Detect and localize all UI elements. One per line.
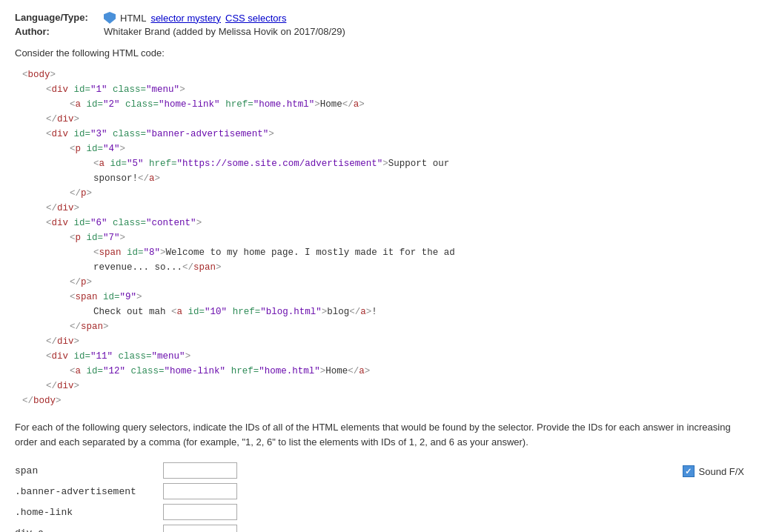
author-label: Author:: [15, 26, 104, 37]
css-selectors-link[interactable]: CSS selectors: [225, 13, 286, 24]
question-label-diva: div a: [15, 528, 163, 533]
code-line: <div id="11" class="menu">: [22, 349, 744, 364]
code-line: <span id="9">: [22, 290, 744, 305]
sound-fx-row[interactable]: Sound F/X: [683, 465, 744, 477]
author-row: Author: Whitaker Brand (added by Melissa…: [15, 26, 744, 37]
sound-fx-checkbox[interactable]: [683, 465, 695, 477]
question-row-banner: .banner-advertisement: [15, 483, 237, 499]
code-line: revenue... so...</span>: [22, 260, 744, 275]
code-line: </div>: [22, 379, 744, 393]
question-label-span: span: [15, 465, 163, 476]
code-line: <p id="7">: [22, 230, 744, 245]
selector-mystery-link[interactable]: selector mystery: [150, 13, 221, 24]
author-value: Whitaker Brand (added by Melissa Hovik o…: [104, 26, 345, 37]
code-line: sponsor!</a>: [22, 171, 744, 186]
question-input-diva[interactable]: [163, 525, 237, 532]
language-label: Language/Type:: [15, 12, 104, 23]
code-line: </body>: [22, 393, 744, 408]
meta-section: Language/Type: HTML selector mystery CSS…: [15, 12, 744, 37]
code-line: </div>: [22, 334, 744, 349]
code-line: </p>: [22, 186, 744, 201]
question-label-homelink: .home-link: [15, 507, 163, 518]
code-line: </div>: [22, 112, 744, 127]
sound-fx-container: Sound F/X: [683, 462, 744, 477]
questions-section: span .banner-advertisement .home-link di…: [15, 462, 744, 532]
code-line: <body>: [22, 67, 744, 82]
question-input-homelink[interactable]: [163, 504, 237, 520]
language-text: HTML: [120, 13, 146, 24]
code-line: <p id="4">: [22, 142, 744, 156]
code-line: <div id="3" class="banner-advertisement"…: [22, 127, 744, 142]
bracket: <: [22, 70, 28, 80]
code-line: <a id="12" class="home-link" href="home.…: [22, 364, 744, 379]
questions-list: span .banner-advertisement .home-link di…: [15, 462, 237, 532]
code-block: <body> <div id="1" class="menu"> <a id="…: [15, 67, 744, 408]
code-line: Check out mah <a id="10" href="blog.html…: [22, 305, 744, 319]
question-row-homelink: .home-link: [15, 504, 237, 520]
code-line: </div>: [22, 201, 744, 216]
question-input-span[interactable]: [163, 462, 237, 479]
code-line: <div id="1" class="menu">: [22, 82, 744, 97]
shield-icon: [104, 12, 116, 24]
question-row-diva: div a: [15, 525, 237, 532]
bracket: >: [50, 70, 56, 80]
code-line: <div id="6" class="content">: [22, 216, 744, 230]
question-input-banner[interactable]: [163, 483, 237, 499]
instructions-text: For each of the following query selector…: [15, 420, 744, 449]
code-line: <a id="5" href="https://some.site.com/ad…: [22, 156, 744, 171]
code-line: </span>: [22, 319, 744, 334]
code-line: <span id="8">Welcome to my home page. I …: [22, 245, 744, 260]
sound-fx-label: Sound F/X: [699, 466, 744, 477]
question-row-span: span: [15, 462, 237, 479]
tag: body: [28, 70, 50, 80]
bracket: <: [46, 84, 52, 95]
code-line: </p>: [22, 275, 744, 290]
language-row: Language/Type: HTML selector mystery CSS…: [15, 12, 744, 24]
intro-text: Consider the following HTML code:: [15, 47, 744, 59]
code-line: <a id="2" class="home-link" href="home.h…: [22, 97, 744, 112]
language-value: HTML selector mystery CSS selectors: [104, 12, 286, 24]
question-label-banner: .banner-advertisement: [15, 486, 163, 497]
